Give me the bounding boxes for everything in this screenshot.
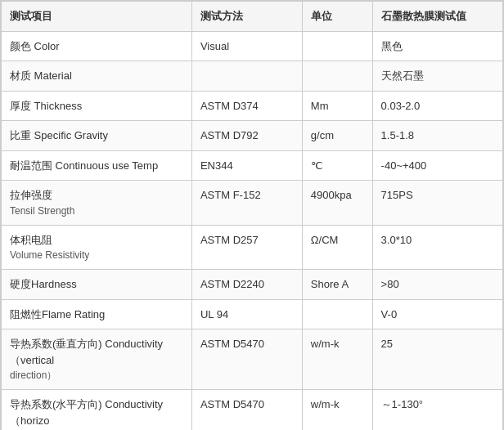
table-row: 比重 Specific GravityASTM D792g/cm1.5-1.8 — [2, 121, 503, 151]
item-zh: 厚度 Thickness — [10, 98, 183, 114]
cell-value: 黑色 — [372, 31, 502, 61]
cell-unit: 4900kpa — [302, 181, 372, 226]
cell-method: ASTM D5470 — [191, 329, 302, 390]
cell-value: 天然石墨 — [372, 61, 502, 92]
cell-item: 材质 Material — [2, 61, 192, 92]
cell-item: 耐温范围 Continuous use Temp — [2, 150, 192, 181]
table-row: 硬度HardnessASTM D2240Shore A>80 — [2, 270, 503, 300]
cell-item: 颜色 Color — [2, 31, 192, 61]
cell-method: Visual — [191, 31, 302, 61]
cell-method: ASTM D257 — [191, 225, 302, 270]
cell-unit: w/m-k — [302, 390, 372, 431]
header-method: 测试方法 — [191, 2, 302, 32]
cell-method: ASTM D5470 — [191, 390, 302, 431]
cell-value: 25 — [372, 329, 502, 390]
cell-value: ～1-130° — [372, 390, 502, 431]
table-header-row: 测试项目 测试方法 单位 石墨散热膜测试值 — [2, 2, 503, 32]
cell-method: EN344 — [191, 150, 302, 181]
table-row: 耐温范围 Continuous use TempEN344℃-40~+400 — [2, 150, 503, 181]
cell-method: ASTM D374 — [191, 91, 302, 121]
cell-value: 3.0*10 — [372, 225, 502, 270]
cell-unit: g/cm — [302, 121, 372, 151]
cell-method: ASTM F-152 — [191, 181, 302, 226]
item-zh: 体积电阻 — [10, 232, 183, 249]
cell-unit: Shore A — [302, 270, 372, 300]
cell-item: 导热系数(垂直方向) Conductivity（verticaldirectio… — [2, 329, 192, 390]
table-row: 颜色 ColorVisual黑色 — [2, 31, 503, 61]
cell-method: UL 94 — [191, 299, 302, 329]
cell-item: 拉伸强度Tensil Strength — [2, 181, 192, 226]
table-row: 阻燃性Flame RatingUL 94V-0 — [2, 299, 503, 329]
cell-value: >80 — [372, 270, 502, 300]
cell-method: ASTM D2240 — [191, 270, 302, 300]
cell-item: 硬度Hardness — [2, 270, 192, 300]
item-zh: 导热系数(水平方向) Conductivity（horizo — [10, 396, 183, 428]
table-row: 导热系数(垂直方向) Conductivity（verticaldirectio… — [2, 329, 503, 390]
cell-unit — [302, 61, 372, 92]
cell-unit: Ω/CM — [302, 225, 372, 270]
cell-unit — [302, 299, 372, 329]
header-unit: 单位 — [302, 2, 372, 32]
cell-item: 导热系数(水平方向) Conductivity（horizontal direc… — [2, 390, 192, 431]
cell-value: -40~+400 — [372, 150, 502, 181]
item-zh: 比重 Specific Gravity — [10, 128, 183, 144]
table-row: 厚度 ThicknessASTM D374Mm0.03-2.0 — [2, 91, 503, 121]
header-item: 测试项目 — [2, 2, 192, 32]
cell-item: 比重 Specific Gravity — [2, 121, 192, 151]
table-row: 体积电阻Volume ResistivityASTM D257Ω/CM3.0*1… — [2, 225, 503, 270]
item-zh: 耐温范围 Continuous use Temp — [10, 158, 183, 174]
cell-unit — [302, 31, 372, 61]
table-row: 材质 Material天然石墨 — [2, 61, 503, 92]
cell-unit: Mm — [302, 91, 372, 121]
item-en: Tensil Strength — [10, 204, 183, 218]
item-zh: 拉伸强度 — [10, 187, 183, 204]
cell-value: 0.03-2.0 — [372, 91, 502, 121]
cell-item: 厚度 Thickness — [2, 91, 192, 121]
table-row: 拉伸强度Tensil StrengthASTM F-1524900kpa715P… — [2, 181, 503, 226]
cell-value: 1.5-1.8 — [372, 121, 502, 151]
item-zh: 材质 Material — [10, 68, 183, 84]
cell-item: 体积电阻Volume Resistivity — [2, 225, 192, 270]
table-row: 导热系数(水平方向) Conductivity（horizontal direc… — [2, 390, 503, 431]
main-table-container: 测试项目 测试方法 单位 石墨散热膜测试值 颜色 ColorVisual黑色材质… — [0, 0, 504, 430]
cell-method — [191, 61, 302, 92]
data-table: 测试项目 测试方法 单位 石墨散热膜测试值 颜色 ColorVisual黑色材质… — [1, 1, 503, 430]
header-value: 石墨散热膜测试值 — [372, 2, 502, 32]
cell-unit: ℃ — [302, 150, 372, 181]
cell-method: ASTM D792 — [191, 121, 302, 151]
cell-value: 715PS — [372, 181, 502, 226]
item-en: direction） — [10, 368, 183, 383]
cell-unit: w/m-k — [302, 329, 372, 390]
cell-item: 阻燃性Flame Rating — [2, 299, 192, 329]
item-en: Volume Resistivity — [10, 248, 183, 262]
item-zh: 颜色 Color — [10, 38, 183, 55]
item-zh: 导热系数(垂直方向) Conductivity（vertical — [10, 336, 183, 368]
item-zh: 阻燃性Flame Rating — [10, 307, 183, 323]
item-zh: 硬度Hardness — [10, 276, 183, 293]
cell-value: V-0 — [372, 299, 502, 329]
